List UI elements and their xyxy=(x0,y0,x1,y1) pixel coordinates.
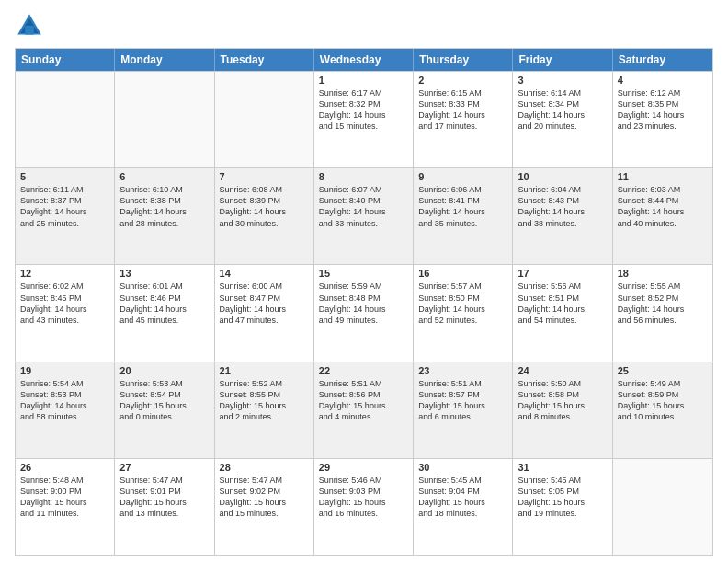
svg-rect-2 xyxy=(25,26,34,35)
day-number: 14 xyxy=(220,268,309,279)
calendar-cell xyxy=(215,72,314,167)
day-number: 1 xyxy=(319,75,408,86)
calendar-body: 1Sunrise: 6:17 AM Sunset: 8:32 PM Daylig… xyxy=(16,71,712,555)
calendar: SundayMondayTuesdayWednesdayThursdayFrid… xyxy=(15,48,713,556)
calendar-cell: 8Sunrise: 6:07 AM Sunset: 8:40 PM Daylig… xyxy=(314,168,414,264)
day-number: 23 xyxy=(418,365,507,376)
header-day-tuesday: Tuesday xyxy=(215,49,314,71)
day-info: Sunrise: 5:55 AM Sunset: 8:52 PM Dayligh… xyxy=(618,281,708,326)
calendar-cell: 20Sunrise: 5:53 AM Sunset: 8:54 PM Dayli… xyxy=(115,362,214,458)
day-info: Sunrise: 6:00 AM Sunset: 8:47 PM Dayligh… xyxy=(220,281,309,326)
day-info: Sunrise: 6:02 AM Sunset: 8:45 PM Dayligh… xyxy=(20,281,109,326)
day-number: 3 xyxy=(518,75,607,86)
day-number: 6 xyxy=(119,171,209,182)
calendar-cell: 23Sunrise: 5:51 AM Sunset: 8:57 PM Dayli… xyxy=(414,362,513,458)
day-info: Sunrise: 6:15 AM Sunset: 8:33 PM Dayligh… xyxy=(418,87,507,132)
header-day-thursday: Thursday xyxy=(414,49,513,71)
calendar-row-2: 12Sunrise: 6:02 AM Sunset: 8:45 PM Dayli… xyxy=(16,264,712,361)
day-info: Sunrise: 6:11 AM Sunset: 8:37 PM Dayligh… xyxy=(20,184,109,229)
day-info: Sunrise: 5:49 AM Sunset: 8:59 PM Dayligh… xyxy=(618,378,708,423)
calendar-header: SundayMondayTuesdayWednesdayThursdayFrid… xyxy=(16,49,712,71)
calendar-row-0: 1Sunrise: 6:17 AM Sunset: 8:32 PM Daylig… xyxy=(16,71,712,167)
header-day-sunday: Sunday xyxy=(16,49,115,71)
day-info: Sunrise: 5:47 AM Sunset: 9:02 PM Dayligh… xyxy=(220,475,309,520)
calendar-cell: 11Sunrise: 6:03 AM Sunset: 8:44 PM Dayli… xyxy=(613,168,712,264)
day-info: Sunrise: 6:03 AM Sunset: 8:44 PM Dayligh… xyxy=(618,184,708,229)
day-number: 20 xyxy=(119,365,209,376)
calendar-cell: 14Sunrise: 6:00 AM Sunset: 8:47 PM Dayli… xyxy=(215,265,314,361)
day-number: 24 xyxy=(518,365,607,376)
day-number: 4 xyxy=(618,75,708,86)
day-number: 9 xyxy=(418,171,507,182)
day-info: Sunrise: 5:45 AM Sunset: 9:04 PM Dayligh… xyxy=(418,475,507,520)
calendar-cell: 4Sunrise: 6:12 AM Sunset: 8:35 PM Daylig… xyxy=(613,72,712,167)
calendar-cell: 31Sunrise: 5:45 AM Sunset: 9:05 PM Dayli… xyxy=(513,459,612,555)
calendar-cell: 21Sunrise: 5:52 AM Sunset: 8:55 PM Dayli… xyxy=(215,362,314,458)
day-info: Sunrise: 6:06 AM Sunset: 8:41 PM Dayligh… xyxy=(418,184,507,229)
header xyxy=(15,11,713,40)
calendar-cell xyxy=(115,72,214,167)
day-number: 30 xyxy=(418,462,507,473)
calendar-cell: 12Sunrise: 6:02 AM Sunset: 8:45 PM Dayli… xyxy=(16,265,115,361)
day-info: Sunrise: 6:10 AM Sunset: 8:38 PM Dayligh… xyxy=(119,184,209,229)
calendar-cell: 28Sunrise: 5:47 AM Sunset: 9:02 PM Dayli… xyxy=(215,459,314,555)
calendar-cell: 15Sunrise: 5:59 AM Sunset: 8:48 PM Dayli… xyxy=(314,265,414,361)
day-number: 26 xyxy=(20,462,109,473)
calendar-cell: 17Sunrise: 5:56 AM Sunset: 8:51 PM Dayli… xyxy=(513,265,612,361)
calendar-cell: 30Sunrise: 5:45 AM Sunset: 9:04 PM Dayli… xyxy=(414,459,513,555)
day-number: 31 xyxy=(518,462,607,473)
day-info: Sunrise: 5:47 AM Sunset: 9:01 PM Dayligh… xyxy=(119,475,209,520)
calendar-cell: 26Sunrise: 5:48 AM Sunset: 9:00 PM Dayli… xyxy=(16,459,115,555)
calendar-cell: 3Sunrise: 6:14 AM Sunset: 8:34 PM Daylig… xyxy=(513,72,612,167)
day-number: 2 xyxy=(418,75,507,86)
calendar-row-1: 5Sunrise: 6:11 AM Sunset: 8:37 PM Daylig… xyxy=(16,167,712,264)
calendar-cell: 25Sunrise: 5:49 AM Sunset: 8:59 PM Dayli… xyxy=(613,362,712,458)
day-number: 22 xyxy=(319,365,408,376)
day-number: 10 xyxy=(518,171,607,182)
calendar-cell xyxy=(16,72,115,167)
calendar-row-3: 19Sunrise: 5:54 AM Sunset: 8:53 PM Dayli… xyxy=(16,362,712,458)
day-info: Sunrise: 5:46 AM Sunset: 9:03 PM Dayligh… xyxy=(319,475,408,520)
day-number: 17 xyxy=(518,268,607,279)
calendar-cell: 29Sunrise: 5:46 AM Sunset: 9:03 PM Dayli… xyxy=(314,459,414,555)
day-number: 27 xyxy=(119,462,209,473)
calendar-cell: 27Sunrise: 5:47 AM Sunset: 9:01 PM Dayli… xyxy=(115,459,214,555)
day-info: Sunrise: 5:56 AM Sunset: 8:51 PM Dayligh… xyxy=(518,281,607,326)
day-number: 11 xyxy=(618,171,708,182)
day-info: Sunrise: 5:59 AM Sunset: 8:48 PM Dayligh… xyxy=(319,281,408,326)
day-number: 15 xyxy=(319,268,408,279)
day-number: 5 xyxy=(20,171,109,182)
calendar-cell: 18Sunrise: 5:55 AM Sunset: 8:52 PM Dayli… xyxy=(613,265,712,361)
calendar-cell: 24Sunrise: 5:50 AM Sunset: 8:58 PM Dayli… xyxy=(513,362,612,458)
day-info: Sunrise: 6:14 AM Sunset: 8:34 PM Dayligh… xyxy=(518,87,607,132)
header-day-friday: Friday xyxy=(513,49,612,71)
day-number: 12 xyxy=(20,268,109,279)
calendar-cell: 22Sunrise: 5:51 AM Sunset: 8:56 PM Dayli… xyxy=(314,362,414,458)
day-number: 7 xyxy=(220,171,309,182)
day-info: Sunrise: 5:50 AM Sunset: 8:58 PM Dayligh… xyxy=(518,378,607,423)
day-info: Sunrise: 6:04 AM Sunset: 8:43 PM Dayligh… xyxy=(518,184,607,229)
calendar-cell: 7Sunrise: 6:08 AM Sunset: 8:39 PM Daylig… xyxy=(215,168,314,264)
day-info: Sunrise: 6:12 AM Sunset: 8:35 PM Dayligh… xyxy=(618,87,708,132)
day-number: 28 xyxy=(220,462,309,473)
day-info: Sunrise: 6:08 AM Sunset: 8:39 PM Dayligh… xyxy=(220,184,309,229)
day-info: Sunrise: 5:51 AM Sunset: 8:57 PM Dayligh… xyxy=(418,378,507,423)
day-number: 8 xyxy=(319,171,408,182)
logo-icon xyxy=(15,11,44,40)
header-day-saturday: Saturday xyxy=(613,49,712,71)
day-info: Sunrise: 5:45 AM Sunset: 9:05 PM Dayligh… xyxy=(518,475,607,520)
day-info: Sunrise: 5:53 AM Sunset: 8:54 PM Dayligh… xyxy=(119,378,209,423)
calendar-cell: 9Sunrise: 6:06 AM Sunset: 8:41 PM Daylig… xyxy=(414,168,513,264)
header-day-wednesday: Wednesday xyxy=(314,49,414,71)
day-info: Sunrise: 6:17 AM Sunset: 8:32 PM Dayligh… xyxy=(319,87,408,132)
calendar-cell: 19Sunrise: 5:54 AM Sunset: 8:53 PM Dayli… xyxy=(16,362,115,458)
day-number: 13 xyxy=(119,268,209,279)
calendar-cell: 13Sunrise: 6:01 AM Sunset: 8:46 PM Dayli… xyxy=(115,265,214,361)
day-number: 29 xyxy=(319,462,408,473)
calendar-cell: 2Sunrise: 6:15 AM Sunset: 8:33 PM Daylig… xyxy=(414,72,513,167)
day-info: Sunrise: 6:07 AM Sunset: 8:40 PM Dayligh… xyxy=(319,184,408,229)
calendar-row-4: 26Sunrise: 5:48 AM Sunset: 9:00 PM Dayli… xyxy=(16,458,712,555)
day-number: 19 xyxy=(20,365,109,376)
day-number: 25 xyxy=(618,365,708,376)
day-info: Sunrise: 5:57 AM Sunset: 8:50 PM Dayligh… xyxy=(418,281,507,326)
